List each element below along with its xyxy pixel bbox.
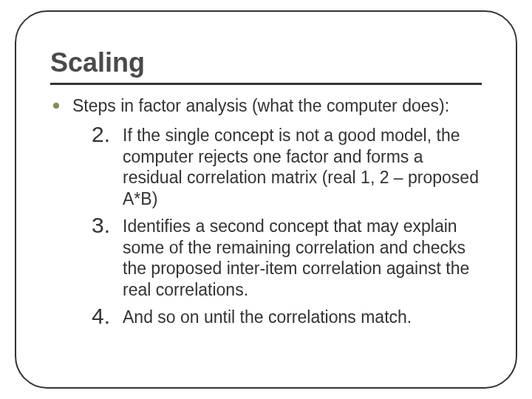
slide-frame: Scaling Steps in factor analysis (what t… bbox=[15, 10, 517, 389]
step-number: 2. bbox=[92, 122, 114, 146]
step-text: If the single concept is not a good mode… bbox=[123, 122, 482, 210]
lead-row: Steps in factor analysis (what the compu… bbox=[50, 95, 482, 117]
list-item: 3. Identifies a second concept that may … bbox=[92, 213, 482, 301]
title-rule bbox=[50, 83, 482, 85]
bullet-icon bbox=[53, 103, 59, 109]
steps-list: 2. If the single concept is not a good m… bbox=[92, 122, 482, 328]
lead-text: Steps in factor analysis (what the compu… bbox=[72, 95, 449, 117]
slide-title: Scaling bbox=[50, 47, 482, 78]
list-item: 2. If the single concept is not a good m… bbox=[92, 122, 482, 210]
step-number: 4. bbox=[92, 304, 114, 328]
step-text: Identifies a second concept that may exp… bbox=[123, 213, 482, 301]
step-text: And so on until the correlations match. bbox=[123, 304, 412, 328]
list-item: 4. And so on until the correlations matc… bbox=[92, 304, 482, 328]
step-number: 3. bbox=[92, 213, 114, 237]
slide: Scaling Steps in factor analysis (what t… bbox=[0, 0, 532, 399]
